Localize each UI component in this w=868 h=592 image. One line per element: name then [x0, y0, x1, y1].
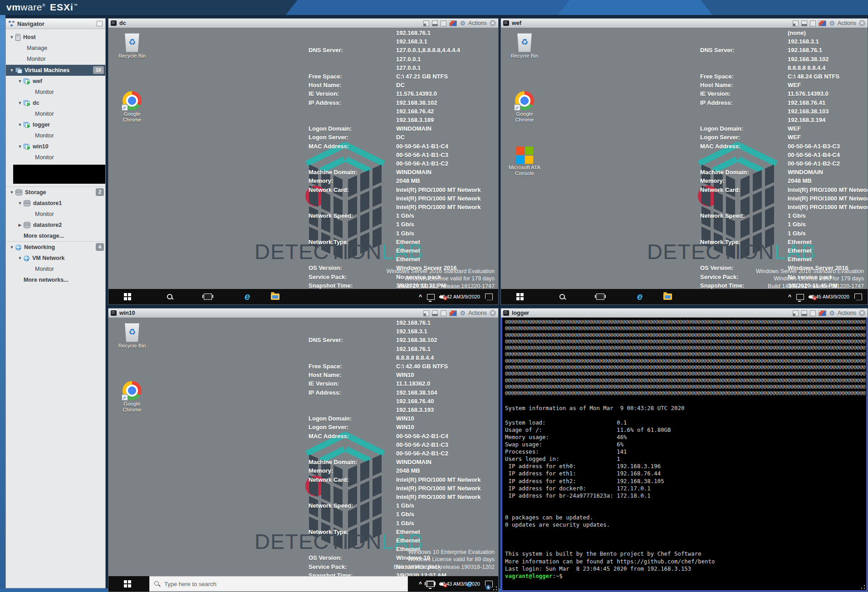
taskbar-clock[interactable]: 12:42 AM3/9/2020	[440, 289, 480, 304]
gear-icon[interactable]: ⚙	[829, 20, 835, 26]
sidebar-item-dc[interactable]: ▼dc	[6, 98, 105, 108]
start-button-icon[interactable]	[516, 293, 524, 300]
taskbar-search-input[interactable]: Type here to search	[149, 576, 408, 592]
chevron-down-icon[interactable]: ▼	[18, 122, 22, 127]
bginfo-label: DNS Server:	[309, 336, 396, 362]
chevron-down-icon[interactable]: ▼	[18, 144, 22, 149]
actions-menu[interactable]: Actions	[838, 20, 856, 26]
chevron-down-icon[interactable]: ▼	[10, 245, 14, 250]
taskbar-clock[interactable]: 12:43 AM3/9/2020	[440, 576, 480, 592]
taskbar-clock[interactable]: 12:45 AM3/9/2020	[809, 289, 849, 304]
layout-full-icon[interactable]	[810, 20, 816, 26]
action-center-icon[interactable]	[485, 294, 493, 300]
network-tray-icon[interactable]	[427, 581, 435, 587]
bginfo-values: WIN10	[396, 414, 498, 423]
console-screenshot-icon[interactable]	[819, 20, 826, 26]
file-explorer-icon[interactable]	[663, 294, 672, 300]
tray-chevron-icon[interactable]: ^	[419, 581, 422, 587]
sidebar-item-wef-monitor[interactable]: Monitor	[6, 87, 105, 98]
vm-desktop-win10[interactable]: DETECTIONLABRecycle BinGoogle Chrome192.…	[108, 318, 498, 592]
console-screenshot-icon[interactable]	[449, 20, 457, 26]
layout-split-icon[interactable]	[801, 20, 807, 26]
close-icon[interactable]: ✕	[859, 310, 865, 316]
layout-split-icon[interactable]	[801, 310, 807, 316]
sidebar-item-host[interactable]: ▼Host	[6, 32, 105, 43]
close-icon[interactable]: ✕	[490, 310, 496, 316]
file-explorer-icon[interactable]	[271, 294, 280, 300]
gear-icon[interactable]: ⚙	[460, 20, 466, 26]
close-icon[interactable]: ✕	[859, 20, 865, 26]
sidebar-item-datastore2[interactable]: ▶datastore2	[6, 220, 105, 230]
sidebar-item-host-monitor[interactable]: Monitor	[6, 54, 105, 64]
sidebar-item-datastore1[interactable]: ▼datastore1	[6, 198, 105, 209]
chevron-down-icon[interactable]: ▼	[18, 201, 22, 205]
network-tray-icon[interactable]	[427, 294, 435, 300]
ie-browser-icon[interactable]: e	[245, 292, 250, 302]
search-icon[interactable]	[167, 294, 173, 300]
sidebar-item-vm-network[interactable]: ▼VM Network	[6, 253, 105, 264]
layout-full-icon[interactable]	[810, 310, 816, 316]
start-button-icon[interactable]	[124, 293, 131, 300]
search-icon[interactable]	[559, 294, 566, 300]
network-tray-icon[interactable]	[796, 294, 804, 300]
sidebar-item-host-manage[interactable]: Manage	[6, 43, 105, 54]
chevron-down-icon[interactable]: ▼	[10, 35, 14, 39]
sidebar-item-label: More networks...	[24, 277, 69, 283]
actions-menu[interactable]: Actions	[468, 310, 487, 316]
chevron-down-icon[interactable]: ▼	[18, 101, 22, 105]
vm-desktop-wef[interactable]: DETECTIONLABRecycle BinGoogle ChromeMicr…	[501, 28, 868, 304]
layout-single-icon[interactable]	[423, 310, 429, 316]
sidebar-item-dc-monitor[interactable]: Monitor	[6, 108, 105, 119]
sidebar-item-logger-monitor[interactable]: Monitor	[6, 130, 105, 141]
sidebar-item-win10[interactable]: ▼win10	[6, 141, 105, 152]
sidebar-item-logger[interactable]: ▼logger	[6, 119, 105, 130]
sidebar-item-virtual-machines[interactable]: ▼Virtual Machines10	[6, 64, 105, 76]
chevron-right-icon[interactable]: ▶	[18, 223, 22, 227]
start-button-icon[interactable]	[124, 580, 131, 587]
sidebar-item-more-networks[interactable]: More networks...	[6, 274, 105, 285]
console-screenshot-icon[interactable]	[819, 310, 826, 316]
vm-panel-header-logger[interactable]: logger ⚙ Actions ✕	[501, 308, 868, 318]
vm-panel-header-win10[interactable]: win10 ⚙ Actions ✕	[108, 308, 498, 318]
layout-full-icon[interactable]	[441, 20, 446, 26]
chevron-down-icon[interactable]: ▼	[10, 190, 14, 195]
ie-browser-icon[interactable]: e	[637, 292, 642, 302]
sidebar-item-more-storage[interactable]: More storage...	[6, 230, 105, 241]
vm-desktop-dc[interactable]: DETECTIONLABRecycle BinGoogle Chrome192.…	[108, 28, 498, 304]
layout-single-icon[interactable]	[793, 310, 799, 316]
sidebar-item-networking[interactable]: ▼Networking4	[6, 241, 105, 253]
tray-chevron-icon[interactable]: ^	[788, 294, 791, 300]
chevron-down-icon[interactable]: ▼	[18, 79, 22, 83]
actions-menu[interactable]: Actions	[838, 310, 856, 316]
sidebar-item-datastore1-monitor[interactable]: Monitor	[6, 209, 105, 220]
bginfo-value: 1 Gb/s	[396, 510, 498, 519]
layout-split-icon[interactable]	[432, 20, 438, 26]
actions-menu[interactable]: Actions	[468, 20, 487, 26]
sidebar-item-wef[interactable]: ▼wef	[6, 76, 105, 87]
sidebar-item-win10-monitor[interactable]: Monitor	[6, 152, 105, 163]
action-center-icon[interactable]	[854, 294, 862, 300]
vm-panel-header-dc[interactable]: dc ⚙ Actions ✕	[108, 19, 498, 28]
vm-console-panel-logger: logger ⚙ Actions ✕ @@@@@@@@@@@@@@@@@@@@@…	[500, 308, 868, 592]
vm-terminal-logger[interactable]: @@@@@@@@@@@@@@@@@@@@@@@@@@@@@@@@@@@@@@@@…	[501, 318, 868, 592]
tray-chevron-icon[interactable]: ^	[419, 294, 422, 300]
bginfo-values: 192.168.38.104192.168.76.40192.168.3.193	[396, 388, 498, 415]
layout-split-icon[interactable]	[432, 310, 438, 316]
console-screenshot-icon[interactable]	[449, 310, 457, 316]
chevron-down-icon[interactable]: ▼	[18, 256, 22, 260]
layout-single-icon[interactable]	[793, 20, 799, 26]
layout-full-icon[interactable]	[441, 310, 446, 316]
task-view-icon[interactable]	[596, 294, 604, 300]
resize-grip[interactable]	[493, 586, 497, 591]
close-icon[interactable]: ✕	[490, 20, 496, 26]
vm-panel-header-wef[interactable]: wef ⚙ Actions ✕	[501, 19, 868, 28]
sidebar-item-storage[interactable]: ▼Storage2	[6, 186, 105, 198]
sidebar-item-vm-network-monitor[interactable]: Monitor	[6, 264, 105, 274]
gear-icon[interactable]: ⚙	[829, 310, 835, 316]
layout-single-icon[interactable]	[423, 20, 429, 26]
gear-icon[interactable]: ⚙	[460, 310, 466, 316]
resize-grip[interactable]	[861, 585, 865, 589]
navigator-pin-icon[interactable]	[97, 21, 103, 26]
chevron-down-icon[interactable]: ▼	[10, 68, 14, 73]
task-view-icon[interactable]	[204, 294, 212, 300]
